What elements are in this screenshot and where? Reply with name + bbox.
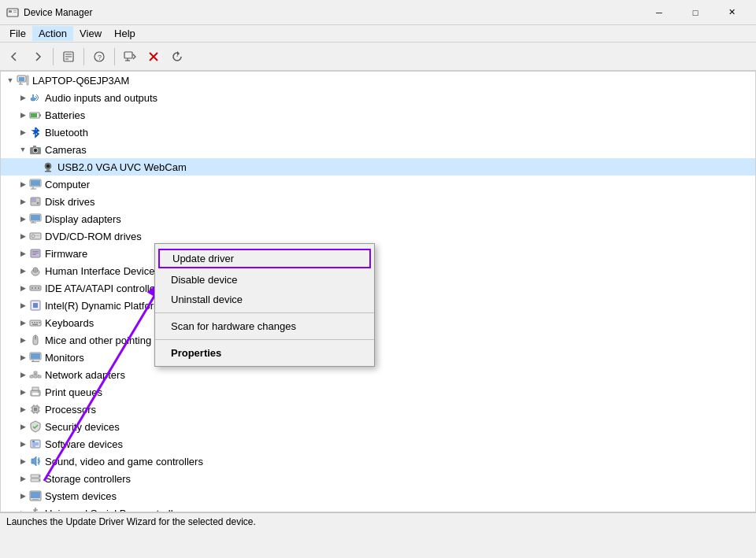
svg-rect-77 — [30, 375, 33, 378]
storage-label: Storage controllers — [45, 473, 131, 485]
properties-button[interactable] — [57, 46, 80, 68]
keyboards-label: Keyboards — [45, 317, 94, 329]
expand-storage[interactable]: ▶ — [17, 472, 29, 485]
expand-diskdrives[interactable]: ▶ — [17, 195, 29, 208]
expand-network[interactable]: ▶ — [17, 368, 29, 381]
tree-item-print[interactable]: ▶ Print queues — [1, 383, 755, 401]
ctx-uninstall-device[interactable]: Uninstall device — [155, 290, 374, 309]
back-button[interactable] — [3, 46, 25, 68]
menu-file[interactable]: File — [3, 26, 32, 41]
tree-item-audio[interactable]: ▶ Audio inputs and outputs — [1, 89, 755, 106]
expand-keyboards[interactable]: ▶ — [17, 316, 29, 329]
close-button[interactable]: ✕ — [713, 0, 750, 25]
tree-item-firmware[interactable]: ▶ Firmware — [1, 245, 755, 262]
ctx-properties[interactable]: Properties — [155, 343, 374, 363]
svg-rect-76 — [32, 361, 39, 362]
svg-rect-10 — [124, 52, 132, 58]
expand-software[interactable]: ▶ — [17, 438, 29, 450]
tree-item-intel[interactable]: ▶ Intel(R) Dynamic Platform and Thermal … — [1, 297, 755, 314]
tree-item-cameras[interactable]: ▼ Cameras — [1, 141, 755, 158]
uninstall-button[interactable] — [143, 46, 165, 68]
minimize-button[interactable]: ─ — [641, 0, 677, 25]
tree-item-usb2vga[interactable]: ▶ USB2.0 VGA UVC WebCam — [1, 158, 755, 176]
svg-rect-67 — [34, 322, 35, 323]
rollback-button[interactable] — [166, 46, 188, 68]
expand-audio[interactable]: ▶ — [17, 91, 29, 104]
tree-item-security[interactable]: ▶ Security devices — [1, 418, 755, 435]
svg-rect-18 — [19, 77, 24, 81]
monitor-icon — [29, 351, 42, 364]
tree-item-hid[interactable]: ▶ Human Interface Devices — [1, 262, 755, 279]
expand-cameras[interactable]: ▼ — [17, 143, 29, 156]
expand-security[interactable]: ▶ — [17, 420, 29, 433]
dvd-icon — [29, 230, 42, 242]
tree-item-bluetooth[interactable]: ▶ Bluetooth — [1, 124, 755, 141]
expand-usb[interactable]: ▶ — [17, 507, 29, 512]
processor-icon — [29, 403, 42, 416]
svg-marker-15 — [177, 51, 180, 56]
tree-item-dvdrom[interactable]: ▶ DVD/CD-ROM drives — [1, 227, 755, 245]
svg-rect-68 — [36, 322, 38, 323]
expand-system[interactable]: ▶ — [17, 490, 29, 502]
tree-item-diskdrives[interactable]: ▶ Disk drives — [1, 193, 755, 210]
expand-bluetooth[interactable]: ▶ — [17, 126, 29, 139]
tree-item-keyboards[interactable]: ▶ Keyboards — [1, 314, 755, 331]
expand-computer[interactable]: ▶ — [17, 178, 29, 190]
expand-monitors[interactable]: ▶ — [17, 351, 29, 364]
diskdrives-label: Disk drives — [45, 196, 95, 208]
expand-display[interactable]: ▶ — [17, 212, 29, 225]
tree-item-root[interactable]: ▼ LAPTOP-Q6EJP3AM — [1, 72, 755, 89]
expand-intel[interactable]: ▶ — [17, 299, 29, 312]
expand-root[interactable]: ▼ — [4, 74, 17, 87]
expand-processors[interactable]: ▶ — [17, 403, 29, 416]
expand-batteries[interactable]: ▶ — [17, 109, 29, 121]
expand-print[interactable]: ▶ — [17, 386, 29, 398]
tree-item-batteries[interactable]: ▶ Batteries — [1, 106, 755, 124]
svg-rect-25 — [39, 114, 41, 116]
tree-item-sound[interactable]: ▶ Sound, video and game controllers — [1, 453, 755, 470]
usb-label: Universal Serial Bus controllers — [45, 508, 187, 513]
maximize-button[interactable]: □ — [677, 0, 713, 25]
tree-item-computer[interactable]: ▶ Computer — [1, 176, 755, 193]
window-title: Device Manager — [24, 7, 641, 18]
menu-action[interactable]: Action — [32, 26, 73, 41]
expand-hid[interactable]: ▶ — [17, 264, 29, 277]
hid-label: Human Interface Devices — [45, 265, 160, 277]
svg-rect-2 — [13, 10, 17, 11]
menu-bar: File Action View Help — [0, 25, 756, 42]
ctx-update-driver[interactable]: Update driver — [158, 249, 371, 268]
tree-item-usb[interactable]: ▶ Universal Serial Bus controllers — [1, 504, 755, 512]
ctx-scan-changes[interactable]: Scan for hardware changes — [155, 316, 374, 336]
menu-help[interactable]: Help — [108, 26, 142, 41]
svg-rect-21 — [27, 76, 28, 85]
usb-icon — [29, 507, 42, 512]
expand-sound[interactable]: ▶ — [17, 455, 29, 467]
tree-item-display[interactable]: ▶ Display adapters — [1, 210, 755, 227]
svg-rect-26 — [31, 113, 37, 117]
scan-button[interactable] — [119, 46, 141, 68]
title-bar: Device Manager ─ □ ✕ — [0, 0, 756, 25]
tree-item-monitors[interactable]: ▶ Monitors — [1, 349, 755, 366]
menu-view[interactable]: View — [73, 26, 108, 41]
expand-dvdrom[interactable]: ▶ — [17, 230, 29, 242]
svg-rect-110 — [32, 499, 39, 500]
expand-mice[interactable]: ▶ — [17, 334, 29, 346]
forward-button[interactable] — [27, 46, 49, 68]
svg-rect-53 — [32, 253, 39, 253]
expand-ide[interactable]: ▶ — [17, 282, 29, 294]
software-label: Software devices — [45, 438, 123, 450]
tree-item-system[interactable]: ▶ System devices — [1, 487, 755, 504]
tree-item-ide[interactable]: ▶ IDE ATA/ATAPI controllers — [1, 279, 755, 297]
tree-item-network[interactable]: ▶ Network adapters — [1, 366, 755, 383]
sound-label: Sound, video and game controllers — [45, 456, 203, 467]
tree-item-mice[interactable]: ▶ Mice and other pointing devices — [1, 331, 755, 349]
svg-rect-66 — [32, 322, 33, 323]
ctx-disable-device[interactable]: Disable device — [155, 270, 374, 290]
tree-item-software[interactable]: ▶ Software devices — [1, 435, 755, 453]
toolbar-sep-3 — [114, 48, 115, 65]
tree-item-processors[interactable]: ▶ Processors — [1, 401, 755, 418]
svg-point-34 — [47, 165, 49, 167]
expand-firmware[interactable]: ▶ — [17, 247, 29, 260]
tree-item-storage[interactable]: ▶ Storage controllers — [1, 470, 755, 487]
help-button[interactable]: ? — [88, 46, 110, 68]
